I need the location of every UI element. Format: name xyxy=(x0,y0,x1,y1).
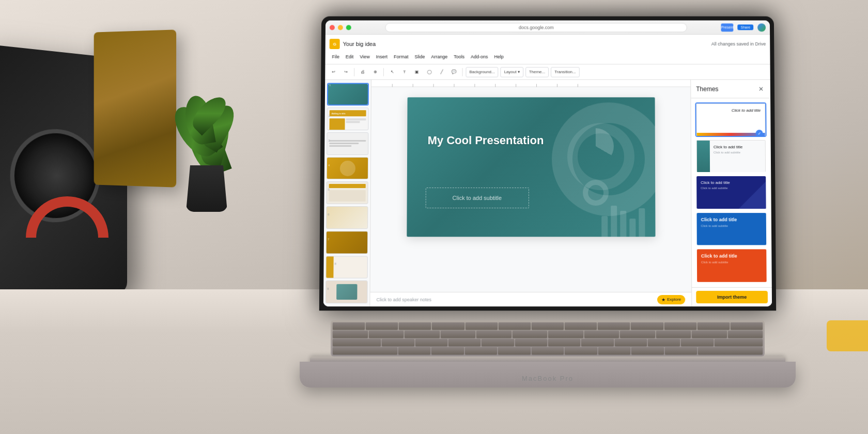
key xyxy=(598,322,630,330)
slide-thumb-8[interactable]: 8 xyxy=(326,256,368,278)
slide-thumb-2[interactable]: Adding to title 2 xyxy=(327,107,368,130)
menu-help[interactable]: Help xyxy=(491,53,506,60)
key xyxy=(548,331,583,338)
key xyxy=(399,322,431,330)
slide-thumb-6[interactable]: 6 xyxy=(326,206,368,229)
menu-tools[interactable]: Tools xyxy=(451,53,467,60)
chrome-minimize-dot[interactable] xyxy=(338,25,343,30)
key xyxy=(665,347,697,354)
slide-thumb-4[interactable]: 4 xyxy=(327,157,368,180)
slides-app: G Your big idea All changes saved in Dri… xyxy=(323,35,772,306)
key xyxy=(681,339,713,346)
menu-bar: File Edit View Insert Format Slide Arran… xyxy=(329,51,766,63)
slide-subtitle-box[interactable]: Click to add subtitle xyxy=(425,188,529,208)
menu-format[interactable]: Format xyxy=(391,53,411,60)
chrome-actions: Present Share xyxy=(721,23,766,32)
toolbar-undo[interactable]: ↩ xyxy=(328,67,338,77)
key xyxy=(405,331,440,338)
plant-leaves xyxy=(165,31,248,176)
key-enter xyxy=(715,339,763,346)
slide-bar xyxy=(629,219,636,237)
theme-item-simple[interactable]: Click to add title Click to add subtitle… xyxy=(696,249,768,283)
key xyxy=(465,347,497,354)
laptop-keyboard xyxy=(331,320,765,357)
canvas-scroll[interactable]: My Cool Presentation Click to add subtit… xyxy=(370,87,692,291)
key xyxy=(631,347,663,354)
key-row-2 xyxy=(333,331,763,338)
key xyxy=(333,322,365,330)
menu-slide[interactable]: Slide xyxy=(412,53,427,60)
presentation-title[interactable]: Your big idea xyxy=(343,41,376,47)
slide-thumb-3[interactable]: 3 xyxy=(327,132,368,155)
chrome-close-dot[interactable] xyxy=(330,25,335,30)
slides-toolbar: ↩ ↪ 🖨 ⊕ ↖ T ▣ ◯ ╱ 💬 Background... Layout… xyxy=(325,65,770,80)
theme-preview-momentum: Click to add title Click to add subtitle xyxy=(696,140,766,174)
theme-shift-title-text: Click to add title xyxy=(732,108,761,113)
menu-insert[interactable]: Insert xyxy=(374,53,390,60)
key xyxy=(441,331,476,338)
key xyxy=(731,322,763,330)
toolbar-comment[interactable]: 💬 xyxy=(449,67,459,77)
theme-button[interactable]: Theme... xyxy=(525,67,549,77)
theme-item-momentum[interactable]: Click to add title Click to add subtitle… xyxy=(695,139,767,174)
menu-arrange[interactable]: Arrange xyxy=(428,53,450,60)
toolbar-cursor[interactable]: ↖ xyxy=(387,67,397,77)
themes-panel: Themes ✕ Click to add title ✓ xyxy=(690,80,772,307)
layout-button[interactable]: Layout ▾ xyxy=(501,67,523,77)
menu-file[interactable]: File xyxy=(329,53,342,60)
key xyxy=(513,331,548,338)
toolbar-shape[interactable]: ◯ xyxy=(424,67,435,77)
themes-list: Click to add title ✓ Shift Click to add … xyxy=(691,98,771,287)
theme-simple-title: Click to add title xyxy=(701,254,737,259)
slide-thumb-5[interactable]: 5 xyxy=(326,181,368,204)
transition-button[interactable]: Transition... xyxy=(551,67,579,77)
share-button[interactable]: Share xyxy=(738,24,754,30)
user-avatar[interactable] xyxy=(757,23,766,32)
save-status: All changes saved in Drive xyxy=(711,41,766,47)
menu-edit[interactable]: Edit xyxy=(343,53,357,60)
slide-thumb-1[interactable]: 1 xyxy=(327,83,369,106)
theme-item-paradigm[interactable]: Click to add title Click to add subtitle… xyxy=(695,175,767,210)
key xyxy=(581,339,613,346)
background-button[interactable]: Background... xyxy=(466,67,498,77)
plant-pot xyxy=(186,165,227,212)
theme-preview-paradigm: Click to add title Click to add subtitle xyxy=(696,176,766,210)
slide-bar xyxy=(611,206,617,237)
theme-item-shift[interactable]: Click to add title ✓ Shift xyxy=(695,102,766,136)
themes-close-button[interactable]: ✕ xyxy=(757,85,765,93)
main-slide[interactable]: My Cool Presentation Click to add subtit… xyxy=(407,97,655,237)
toolbar-image[interactable]: ▣ xyxy=(412,67,422,77)
screen-inner: docs.google.com Present Share xyxy=(323,21,772,307)
key xyxy=(656,331,691,338)
toolbar-print[interactable]: 🖨 xyxy=(358,67,368,77)
menu-view[interactable]: View xyxy=(357,53,372,60)
key xyxy=(366,322,398,330)
key xyxy=(369,331,404,338)
slide-thumb-7[interactable]: 7 xyxy=(326,231,368,254)
present-button[interactable]: Present xyxy=(721,23,734,32)
theme-preview-shift: Click to add title ✓ xyxy=(696,103,765,136)
theme-item-material[interactable]: Click to add title Click to add subtitle… xyxy=(695,212,767,246)
menu-addons[interactable]: Add-ons xyxy=(468,53,490,60)
theme-preview-material: Click to add title Click to add subtitle xyxy=(696,213,766,246)
slide-bar xyxy=(601,216,608,237)
chrome-maximize-dot[interactable] xyxy=(346,25,351,30)
key-row-3 xyxy=(333,339,763,346)
toolbar-redo[interactable]: ↪ xyxy=(340,67,351,77)
key xyxy=(728,331,763,338)
slide-pie-chart xyxy=(577,128,613,164)
horizontal-ruler xyxy=(371,80,690,87)
key xyxy=(466,322,498,330)
toolbar-zoom[interactable]: ⊕ xyxy=(370,67,380,77)
key xyxy=(565,347,597,354)
toolbar-line[interactable]: ╱ xyxy=(437,67,447,77)
laptop: docs.google.com Present Share xyxy=(300,16,796,408)
key xyxy=(432,322,464,330)
url-bar[interactable]: docs.google.com xyxy=(385,23,687,32)
laptop-body: MacBook Pro xyxy=(300,295,796,408)
theme-material-subtitle: Click to add subtitle xyxy=(701,224,728,227)
slide-main-title[interactable]: My Cool Presentation xyxy=(428,133,544,148)
headphone-band xyxy=(26,196,109,238)
toolbar-text[interactable]: T xyxy=(399,67,410,77)
chrome-browser-bar: docs.google.com Present Share xyxy=(326,21,770,35)
